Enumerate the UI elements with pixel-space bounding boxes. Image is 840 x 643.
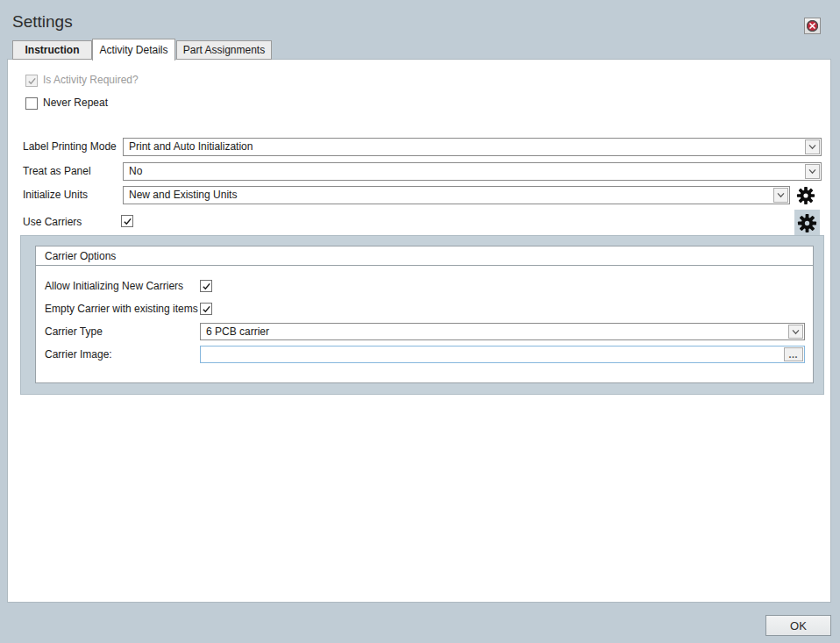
carrier-image-browse-button[interactable]: … <box>784 347 803 361</box>
chevron-down-icon[interactable] <box>805 164 820 179</box>
initialize-units-label: Initialize Units <box>23 189 88 202</box>
tab-activity-details[interactable]: Activity Details <box>92 39 175 61</box>
carrier-type-value: 6 PCB carrier <box>206 324 785 340</box>
is-activity-required-checkbox <box>25 75 38 87</box>
never-repeat-checkbox[interactable] <box>25 97 38 110</box>
close-button[interactable] <box>804 18 821 34</box>
treat-as-panel-label: Treat as Panel <box>23 165 91 178</box>
tab-activity-details-label: Activity Details <box>99 44 167 56</box>
tab-part-assignments-label: Part Assignments <box>183 44 265 56</box>
use-carriers-settings-button[interactable] <box>794 210 820 236</box>
settings-dialog: { "window": { "title": "Settings", "ok_l… <box>0 0 840 643</box>
activity-details-panel: Is Activity Required? Never Repeat Label… <box>7 59 831 603</box>
never-repeat-label: Never Repeat <box>43 96 108 110</box>
allow-initializing-new-carriers-checkbox[interactable] <box>200 280 212 292</box>
use-carriers-checkbox[interactable] <box>121 215 133 227</box>
carrier-type-select[interactable]: 6 PCB carrier <box>200 323 805 340</box>
page-title: Settings <box>12 12 73 32</box>
label-printing-mode-value: Print and Auto Initialization <box>129 139 801 155</box>
allow-initializing-new-carriers-label: Allow Initializing New Carriers <box>45 280 183 293</box>
label-printing-mode-select[interactable]: Print and Auto Initialization <box>123 138 822 156</box>
treat-as-panel-select[interactable]: No <box>123 162 822 181</box>
carrier-options-groupbox: Carrier Options Allow Initializing New C… <box>35 246 814 383</box>
initialize-units-value: New and Existing Units <box>129 187 770 204</box>
carrier-options-band: Carrier Options Allow Initializing New C… <box>20 235 824 395</box>
is-activity-required-label: Is Activity Required? <box>43 74 139 87</box>
use-carriers-label: Use Carriers <box>23 216 82 229</box>
carrier-image-label: Carrier Image: <box>45 348 112 361</box>
carrier-type-label: Carrier Type <box>45 325 103 339</box>
gear-icon <box>797 213 817 233</box>
chevron-down-icon[interactable] <box>805 139 820 154</box>
ok-button-label: OK <box>790 619 807 632</box>
initialize-units-select[interactable]: New and Existing Units <box>123 186 790 204</box>
initialize-units-settings-button[interactable] <box>795 185 816 206</box>
label-printing-mode-label: Label Printing Mode <box>23 140 117 154</box>
close-icon <box>807 20 818 32</box>
carrier-options-title: Carrier Options <box>45 250 116 262</box>
tab-part-assignments[interactable]: Part Assignments <box>176 40 272 60</box>
tab-instruction[interactable]: Instruction <box>12 40 92 60</box>
empty-carrier-with-existing-items-checkbox[interactable] <box>200 303 212 315</box>
empty-carrier-with-existing-items-label: Empty Carrier with existing items <box>45 303 198 316</box>
carrier-image-input[interactable]: … <box>200 346 805 363</box>
chevron-down-icon[interactable] <box>773 188 788 203</box>
gear-icon <box>796 186 815 205</box>
chevron-down-icon[interactable] <box>788 325 803 339</box>
carrier-options-header: Carrier Options <box>36 246 813 266</box>
treat-as-panel-value: No <box>129 163 801 180</box>
ok-button[interactable]: OK <box>765 615 831 636</box>
tab-instruction-label: Instruction <box>25 44 80 56</box>
